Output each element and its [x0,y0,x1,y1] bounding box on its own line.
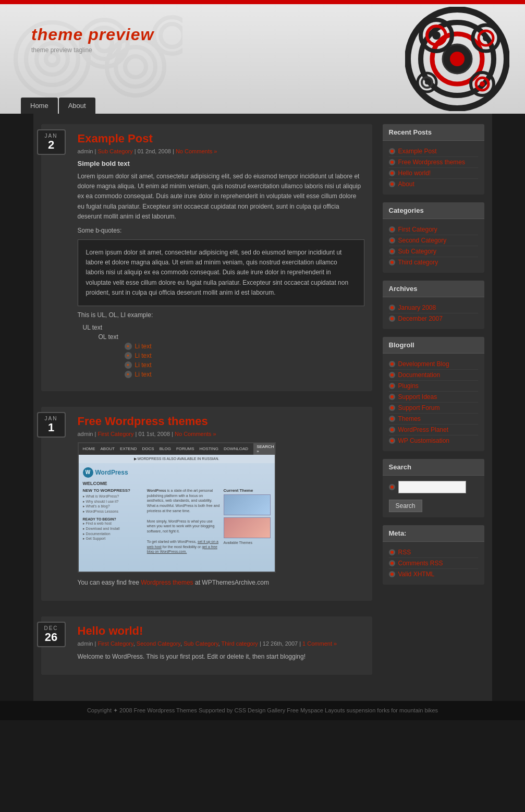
archive-link-1[interactable]: December 2007 [398,315,443,322]
blogroll-list: Development Blog Documentation Plugins [389,359,478,446]
post-cat-link-3-3[interactable]: Third category [222,640,258,647]
svg-point-22 [483,35,489,41]
svg-point-25 [480,81,485,87]
post-meta-2: admin | First Category | 01 1st, 2008 | … [78,431,364,437]
top-bar [0,0,525,4]
blogroll-link-3[interactable]: Support Ideas [398,393,437,401]
post-content-3: Hello world! admin | First Category, Sec… [78,624,364,662]
category-item-2: Sub Category [389,246,478,257]
widget-archives: Archives January 2008 December 2007 [383,281,484,329]
archive-link-0[interactable]: January 2008 [398,304,436,311]
category-link-1[interactable]: Second Category [398,237,447,244]
blogroll-item-0: Development Blog [389,359,478,370]
cat-bullet-3 [389,259,395,265]
post-categories-3: First Category, Second Category, Sub Cat… [97,640,259,647]
post-example: JAN 2 Example Post admin | Sub Category … [41,124,372,391]
widget-categories: Categories First Category Second Categor… [383,202,484,273]
recent-post-item-0: Example Post [389,146,478,157]
category-link-0[interactable]: First Category [398,226,437,233]
category-item-1: Second Category [389,235,478,246]
nav-about[interactable]: About [59,98,95,114]
svg-point-19 [432,31,441,40]
post-comments-link-1[interactable]: No Comments » [176,148,217,154]
recent-post-link-3[interactable]: About [398,180,414,188]
post-blockquote-1: Lorem ipsum dolor sit amet, consectetur … [78,239,364,306]
post-comments-link-2[interactable]: No Comments » [175,431,216,437]
blog-bullet-5 [389,416,395,422]
post-author-1: admin [78,148,93,154]
blogroll-link-0[interactable]: Development Blog [398,360,449,368]
post-paragraph-1: Lorem ipsum dolor sit amet, consectetur … [78,172,364,222]
post-body-3: Welcome to WordPress. This is your first… [78,652,364,662]
ol-text: OL text [99,333,364,341]
archives-list: January 2008 December 2007 [389,302,478,324]
svg-point-28 [425,80,429,84]
recent-post-link-1[interactable]: Free Wordpress themes [398,159,466,166]
post-bold-text-1: Simple bold text [78,160,364,167]
blogroll-link-7[interactable]: WP Customisation [398,437,449,444]
blog-bullet-6 [389,427,395,433]
main-content: JAN 2 Example Post admin | Sub Category … [41,124,372,690]
recent-post-item-2: Hello world! [389,168,478,179]
meta-list: RSS Comments RSS Valid XHTML [389,547,478,579]
post-title-3: Hello world! [78,624,364,638]
blog-bullet-2 [389,383,395,389]
widget-categories-body: First Category Second Category Sub Categ… [383,219,484,273]
widget-blogroll-title: Blogroll [383,337,484,354]
list-item-2: Li text [125,352,364,359]
blogroll-link-1[interactable]: Documentation [398,371,441,379]
category-link-2[interactable]: Sub Category [398,248,436,255]
wp-nav-bar: HOME ABOUT EXTEND DOCS BLOG FORUMS HOSTI… [79,443,275,455]
post-cat-link-3-2[interactable]: Sub Category [184,640,218,647]
arch-bullet-0 [389,305,395,311]
meta-item-2: Valid XHTML [389,569,478,579]
blogroll-item-3: Support Ideas [389,392,478,403]
category-link-3[interactable]: Third category [398,259,438,266]
search-bullet [389,484,395,490]
wp-screenshot-content: HOME ABOUT EXTEND DOCS BLOG FORUMS HOSTI… [79,443,275,572]
archive-item-0: January 2008 [389,302,478,313]
widget-search-body: Search [383,476,484,517]
search-button[interactable]: Search [389,500,422,512]
meta-link-1[interactable]: Comments RSS [398,560,443,567]
ul-text: UL text [83,324,364,331]
post-bquotes-label: Some b-quotes: [78,227,364,234]
ul-section: UL text OL text Li text Li text Li text … [83,324,364,378]
post-day-2: 1 [38,421,65,434]
post-cat-link-3-0[interactable]: First Category [97,640,133,647]
wp-themes-link[interactable]: Wordpress themes [141,579,193,586]
search-input[interactable] [398,481,466,493]
bullet-2 [389,170,395,176]
widget-recent-posts-body: Example Post Free Wordpress themes Hello… [383,141,484,195]
recent-post-link-2[interactable]: Hello world! [398,169,431,177]
widget-archives-title: Archives [383,281,484,297]
header-circles-right-decoration [405,7,509,111]
footer: Copyright ✦ 2008 Free Wordpress Themes S… [0,701,525,720]
sidebar: Recent Posts Example Post Free Wordpress… [383,124,484,690]
site-title: theme preview [31,25,154,44]
header: theme preview theme preview tagline Home… [0,4,525,114]
post-comments-link-3[interactable]: 1 Comment » [302,640,337,647]
blogroll-link-2[interactable]: Plugins [398,382,419,390]
meta-link-2[interactable]: Valid XHTML [398,571,435,578]
recent-post-item-3: About [389,179,478,189]
blog-bullet-7 [389,438,395,444]
widget-recent-posts: Recent Posts Example Post Free Wordpress… [383,124,484,195]
recent-post-link-0[interactable]: Example Post [398,148,437,155]
blogroll-link-5[interactable]: Themes [398,415,421,422]
blogroll-link-6[interactable]: WordPress Planet [398,426,449,433]
widget-search-title: Search [383,459,484,476]
widget-recent-posts-title: Recent Posts [383,124,484,141]
meta-link-0[interactable]: RSS [398,549,411,556]
post-date-badge-2: JAN 1 [37,412,66,438]
nav-home[interactable]: Home [21,98,58,114]
widget-search: Search Search [383,459,484,517]
post-category-link-1[interactable]: Sub Category [97,148,132,154]
post-date-3: 12 26th, 2007 [263,640,298,647]
cat-bullet-0 [389,226,395,233]
blogroll-link-4[interactable]: Support Forum [398,404,440,411]
site-tagline: theme preview tagline [31,46,154,54]
post-cat-link-3-1[interactable]: Second Category [137,640,180,647]
post-hello-world: DEC 26 Hello world! admin | First Catego… [41,616,372,675]
post-category-link-2[interactable]: First Category [97,431,133,437]
